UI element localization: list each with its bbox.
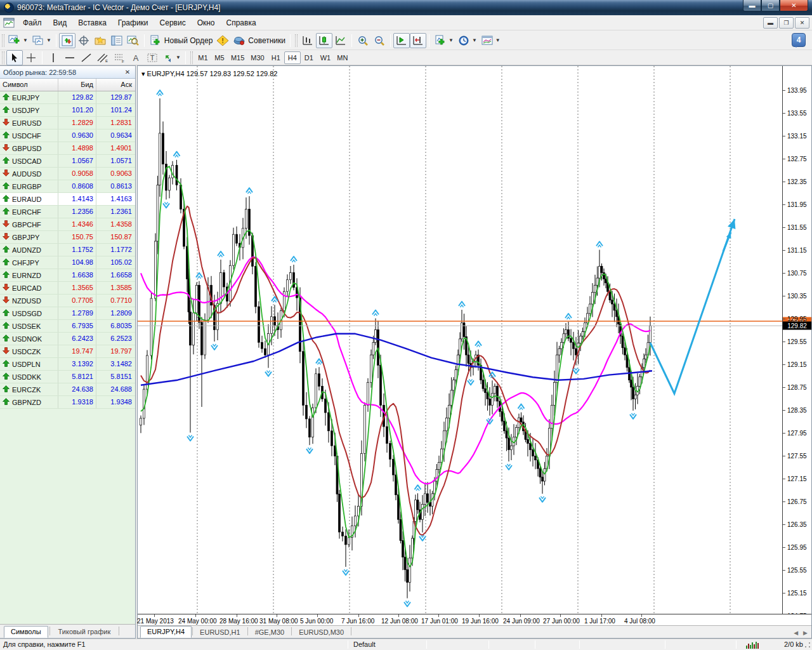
menu-графики[interactable]: Графики bbox=[112, 17, 154, 29]
symbol-row-audnzd[interactable]: AUDNZD1.17521.1772 bbox=[0, 244, 135, 256]
timeframe-h4-button[interactable]: H4 bbox=[284, 51, 301, 64]
title-bar[interactable]: 960073: MetaTrader - IC Vector - Демо Сч… bbox=[0, 0, 812, 15]
timeframe-m30-button[interactable]: M30 bbox=[247, 51, 267, 64]
symbol-row-eurnzd[interactable]: EURNZD1.66381.6658 bbox=[0, 269, 135, 282]
vertical-line-tool-button[interactable] bbox=[45, 50, 62, 65]
toolbar-grip[interactable] bbox=[2, 34, 4, 47]
chart-tab-eurusd-m30[interactable]: EURUSD,M30 bbox=[292, 627, 350, 638]
symbol-row-eurchf[interactable]: EURCHF1.23561.2361 bbox=[0, 206, 135, 218]
time-axis[interactable]: 21 May 201324 May 00:0028 May 16:0031 Ma… bbox=[138, 614, 811, 625]
bar-chart-mode-button[interactable] bbox=[299, 33, 316, 48]
menu-справка[interactable]: Справка bbox=[221, 17, 262, 29]
chart-symbol-header[interactable]: ▾ EURJPY,H4 129.57 129.83 129.52 129.82 bbox=[141, 70, 277, 78]
candlestick-mode-button[interactable] bbox=[316, 33, 332, 48]
column-header-0[interactable]: Символ bbox=[0, 79, 58, 91]
symbol-row-usdnok[interactable]: USDNOK6.24236.2523 bbox=[0, 333, 135, 345]
symbol-row-usdchf[interactable]: USDCHF0.96300.9634 bbox=[0, 129, 135, 142]
mdi-close-button[interactable]: ✕ bbox=[795, 17, 809, 29]
notifications-badge[interactable]: 4 bbox=[792, 33, 806, 47]
navigator-button[interactable] bbox=[92, 33, 108, 48]
resize-grip[interactable] bbox=[803, 641, 811, 649]
menu-окно[interactable]: Окно bbox=[192, 17, 221, 29]
strategy-tester-button[interactable] bbox=[125, 33, 141, 48]
timeframe-m1-button[interactable]: M1 bbox=[195, 51, 211, 64]
column-header-1[interactable]: Бид bbox=[58, 79, 96, 91]
symbol-row-nzdusd[interactable]: NZDUSD0.77050.7710 bbox=[0, 295, 135, 307]
market-watch-header[interactable]: Обзор рынка: 22:59:58 ✕ bbox=[0, 66, 135, 79]
trendline-tool-button[interactable] bbox=[78, 50, 95, 65]
status-profile[interactable]: Default bbox=[353, 640, 376, 648]
fibonacci-tool-button[interactable]: F bbox=[111, 50, 128, 65]
close-button[interactable]: ✕ bbox=[780, 0, 808, 11]
auto-scroll-button[interactable] bbox=[393, 33, 410, 48]
column-header-2[interactable]: Аск bbox=[96, 79, 134, 91]
menu-сервис[interactable]: Сервис bbox=[154, 17, 192, 29]
symbol-row-usdjpy[interactable]: USDJPY101.20101.24 bbox=[0, 104, 135, 117]
market-watch-close-icon[interactable]: ✕ bbox=[123, 69, 132, 76]
symbol-row-eurjpy[interactable]: EURJPY129.82129.87 bbox=[0, 91, 135, 104]
chart-tab--ge-m30[interactable]: #GE,M30 bbox=[249, 627, 291, 638]
price-axis[interactable]: 129.87 129.82 133.95133.55133.15132.7513… bbox=[783, 66, 811, 614]
symbol-row-eurcad[interactable]: EURCAD1.35651.3585 bbox=[0, 282, 135, 295]
data-window-button[interactable] bbox=[75, 33, 92, 48]
chart-shift-button[interactable] bbox=[410, 33, 426, 48]
profiles-button[interactable]: ▼ bbox=[30, 33, 53, 48]
crosshair-tool-button[interactable] bbox=[23, 50, 39, 65]
new-chart-button[interactable]: ▼ bbox=[6, 33, 30, 48]
symbol-row-eurgbp[interactable]: EURGBP0.86080.8613 bbox=[0, 180, 135, 193]
line-chart-mode-button[interactable] bbox=[332, 33, 349, 48]
menu-вставка[interactable]: Вставка bbox=[72, 17, 112, 29]
indicators-button[interactable]: ▼ bbox=[432, 33, 455, 48]
timeframe-h1-button[interactable]: H1 bbox=[268, 51, 284, 64]
chart-tab-eurusd-h1[interactable]: EURUSD,H1 bbox=[193, 627, 247, 638]
periods-button[interactable]: ▼ bbox=[455, 33, 479, 48]
timeframe-d1-button[interactable]: D1 bbox=[301, 51, 317, 64]
symbol-row-usdczk[interactable]: USDCZK19.74719.797 bbox=[0, 345, 135, 358]
terminal-button[interactable] bbox=[108, 33, 125, 48]
expert-advisors-button[interactable]: Советники bbox=[231, 33, 287, 48]
chart-tab-eurjpy-h4[interactable]: EURJPY,H4 bbox=[140, 626, 192, 638]
symbol-row-usdpln[interactable]: USDPLN3.13923.1482 bbox=[0, 358, 135, 371]
market-watch-toggle-button[interactable] bbox=[59, 33, 75, 48]
symbol-row-usdsgd[interactable]: USDSGD1.27891.2809 bbox=[0, 307, 135, 320]
horizontal-line-tool-button[interactable] bbox=[62, 50, 78, 65]
timeframe-m5-button[interactable]: M5 bbox=[211, 51, 228, 64]
symbol-row-usdsek[interactable]: USDSEK6.79356.8035 bbox=[0, 320, 135, 333]
symbol-row-gbpusd[interactable]: GBPUSD1.48981.4901 bbox=[0, 142, 135, 155]
symbol-row-usdcad[interactable]: USDCAD1.05671.0571 bbox=[0, 155, 135, 168]
templates-button[interactable]: ▼ bbox=[479, 33, 502, 48]
symbol-row-gbpjpy[interactable]: GBPJPY150.75150.87 bbox=[0, 231, 135, 244]
symbol-row-usddkk[interactable]: USDDKK5.81215.8151 bbox=[0, 371, 135, 383]
symbol-row-chfjpy[interactable]: CHFJPY104.98105.02 bbox=[0, 256, 135, 269]
minimize-button[interactable]: ▬ bbox=[743, 0, 761, 11]
chart-plot-area[interactable]: ▾ EURJPY,H4 129.57 129.83 129.52 129.82 bbox=[138, 66, 783, 614]
menu-вид[interactable]: Вид bbox=[48, 17, 73, 29]
mdi-minimize-button[interactable]: ▬ bbox=[763, 17, 778, 29]
symbol-row-gbpnzd[interactable]: GBPNZD1.93181.9348 bbox=[0, 396, 135, 409]
market-watch-column-headers[interactable]: СимволБидАск bbox=[0, 79, 135, 91]
chart-tabs-scroll-left[interactable]: ◀ bbox=[794, 630, 798, 636]
symbol-row-eurczk[interactable]: EURCZK24.63824.688 bbox=[0, 383, 135, 396]
zoom-out-button[interactable] bbox=[371, 33, 388, 48]
chart-document-icon[interactable] bbox=[3, 18, 15, 28]
new-order-button[interactable]: Новый Ордер bbox=[147, 33, 214, 48]
channel-tool-button[interactable]: E bbox=[95, 50, 111, 65]
arrows-tool-button[interactable]: ▼ bbox=[160, 50, 183, 65]
market-watch-tab-1[interactable]: Тиковый график bbox=[51, 626, 118, 638]
price-chart[interactable] bbox=[138, 66, 782, 613]
text-tool-button[interactable]: A bbox=[128, 50, 144, 65]
symbol-row-euraud[interactable]: EURAUD1.41431.4163 bbox=[0, 193, 135, 206]
mdi-restore-button[interactable]: ❐ bbox=[779, 17, 794, 29]
timeframe-m15-button[interactable]: M15 bbox=[228, 51, 247, 64]
timeframe-mn-button[interactable]: MN bbox=[334, 51, 351, 64]
timeframe-w1-button[interactable]: W1 bbox=[317, 51, 334, 64]
maximize-button[interactable]: ▢ bbox=[761, 0, 780, 11]
symbol-row-audusd[interactable]: AUDUSD0.90580.9063 bbox=[0, 168, 135, 180]
market-watch-tab-0[interactable]: Символы bbox=[4, 626, 48, 638]
symbol-row-gbpchf[interactable]: GBPCHF1.43461.4358 bbox=[0, 218, 135, 231]
text-label-tool-button[interactable]: T bbox=[144, 50, 160, 65]
cursor-tool-button[interactable] bbox=[6, 50, 23, 65]
zoom-in-button[interactable] bbox=[355, 33, 371, 48]
menu-файл[interactable]: Файл bbox=[17, 17, 48, 29]
toolbar-grip[interactable] bbox=[2, 51, 4, 64]
